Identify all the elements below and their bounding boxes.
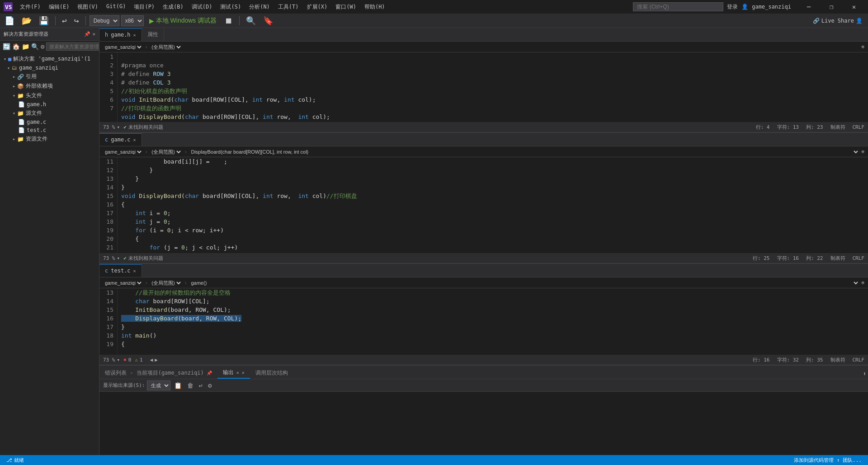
output-area[interactable] — [99, 392, 868, 455]
output-source-select[interactable]: 生成 调试 输出 — [147, 380, 170, 390]
tab-gamec[interactable]: c game.c ✕ — [99, 133, 142, 146]
sidebar-item-resources[interactable]: 📁 资源文件 — [0, 134, 99, 144]
gameh-code[interactable]: #pragma once # define ROW 3 # define COL… — [118, 52, 862, 122]
error-tab-pin[interactable]: 📌 — [207, 371, 212, 376]
output-clear-btn[interactable]: 🗑 — [185, 381, 195, 390]
settings-icon[interactable]: ⚙ — [41, 43, 44, 50]
tab-output[interactable]: 输出 ✕ ✕ — [217, 367, 250, 379]
close-sidebar-icon[interactable]: ✕ — [92, 31, 95, 37]
testc-project-select[interactable]: game_sanziqi — [103, 278, 143, 287]
gamec-code-area: 11 12 13 14 15 16 17 18 19 20 21 22 23 2… — [99, 157, 868, 253]
menu-help[interactable]: 帮助(H) — [361, 2, 389, 12]
gamec-zoom[interactable]: 73 % ▾ — [103, 255, 120, 261]
gameh-project-select[interactable]: game_sanziqi — [103, 42, 143, 52]
editor-gameh-tabs: h game.h ✕ 属性 — [99, 28, 868, 42]
minimize-button[interactable]: ─ — [798, 0, 819, 14]
sidebar-item-test-c[interactable]: 📄 test.c — [0, 126, 99, 134]
hdr-folder-icon: 📁 — [17, 93, 24, 99]
menu-build[interactable]: 生成(B) — [159, 2, 187, 12]
gamec-func-select[interactable]: DisplayBoard(char board[ROW][COL], int r… — [189, 147, 859, 156]
platform-dropdown[interactable]: x86 — [121, 15, 144, 26]
gamec-code[interactable]: board[i][j] = ; } } } void DisplayBoard(… — [118, 157, 862, 253]
gameh-scope-select[interactable]: (全局范围) — [150, 42, 182, 52]
testc-code[interactable]: //最开始的时候数组的内容全是空格 char board[ROW][COL]; … — [118, 288, 862, 355]
output-wrap-btn[interactable]: ↩ — [197, 381, 204, 390]
sidebar-item-game-c[interactable]: 📄 game.c — [0, 118, 99, 126]
filter-icon[interactable]: 🔍 — [31, 43, 39, 50]
gameh-line-numbers: 1 2 3 4 5 6 7 — [99, 52, 118, 122]
sidebar-item-game-h[interactable]: 📄 game.h — [0, 100, 99, 108]
editor-gamec-tabs: c game.c ✕ — [99, 133, 868, 146]
source-control-btn[interactable]: 添加到源代码管理 ↑ 团队... — [791, 457, 864, 464]
tab-error-list[interactable]: 错误列表 - 当前项目(game_sanziqi) 📌 — [99, 367, 217, 379]
sidebar-item-external[interactable]: 📦 外部依赖项 — [0, 81, 99, 91]
search-btn[interactable]: 🔍 — [243, 15, 259, 26]
sidebar-item-references[interactable]: 🔗 引用 — [0, 72, 99, 81]
gameh-ok-icon: ✔ — [123, 124, 127, 130]
refresh-icon[interactable]: 🔄 — [3, 43, 10, 50]
gameh-zoom[interactable]: 73 % ▾ — [103, 124, 120, 130]
tab-callstack[interactable]: 调用层次结构 — [250, 367, 293, 379]
title-search[interactable] — [633, 2, 723, 11]
menu-test[interactable]: 测试(S) — [217, 2, 245, 12]
run-button[interactable]: ▶ 本地 Windows 调试器 — [146, 16, 221, 26]
git-branch[interactable]: ⎇ 就绪 — [4, 457, 27, 464]
menu-extensions[interactable]: 扩展(X) — [303, 2, 331, 12]
next-error-btn[interactable]: ▶ — [155, 357, 158, 363]
testc-func-select[interactable]: game() — [189, 278, 859, 287]
tab-gameh[interactable]: h game.h ✕ — [99, 28, 142, 41]
gameh-pin-icon[interactable]: ✕ — [133, 33, 136, 38]
save-btn[interactable]: 💾 — [36, 15, 52, 26]
panel-expand-btn[interactable]: ⬆ — [861, 369, 868, 379]
output-copy-btn[interactable]: 📋 — [172, 381, 184, 390]
sidebar-item-headers[interactable]: 📁 头文件 — [0, 91, 99, 100]
menu-project[interactable]: 项目(P) — [130, 2, 158, 12]
redo-btn[interactable]: ↪ — [71, 15, 82, 26]
menu-file[interactable]: 文件(F) — [16, 2, 44, 12]
restore-button[interactable]: ❐ — [821, 0, 842, 14]
config-dropdown[interactable]: Debug — [90, 15, 119, 26]
gamec-scrollbar[interactable] — [862, 157, 868, 253]
menu-edit[interactable]: 编辑(E) — [45, 2, 73, 12]
gamec-scope-select[interactable]: (全局范围) — [150, 147, 182, 156]
menu-analyze[interactable]: 分析(N) — [245, 2, 274, 12]
nav-sep4: › — [145, 280, 148, 286]
gamec-char: 字符: 16 — [777, 255, 799, 262]
sidebar-item-solution[interactable]: ■ 解决方案 'game_sanziqi'(1 — [0, 54, 99, 64]
sidebar-item-project[interactable]: 🗂 game_sanziqi — [0, 64, 99, 72]
gameh-scrollbar[interactable] — [862, 52, 868, 122]
stop-btn[interactable]: ⏹ — [222, 15, 236, 26]
testc-zoom[interactable]: 73 % ▾ — [103, 357, 120, 363]
sidebar-item-sources[interactable]: 📁 源文件 — [0, 108, 99, 118]
testc-zoom-val: 73 % — [103, 357, 115, 363]
live-share-button[interactable]: 🔗 Live Share 👤 — [809, 17, 866, 25]
gamec-project-select[interactable]: game_sanziqi — [103, 147, 143, 156]
menu-view[interactable]: 视图(V) — [74, 2, 102, 12]
gamec-close-icon[interactable]: ✕ — [133, 137, 136, 142]
undo-btn[interactable]: ↩ — [59, 15, 70, 26]
menu-window[interactable]: 窗口(W) — [332, 2, 360, 12]
testc-scrollbar[interactable] — [862, 288, 868, 355]
menu-tools[interactable]: 工具(T) — [274, 2, 302, 12]
menu-debug[interactable]: 调试(D) — [188, 2, 216, 12]
bookmark-btn[interactable]: 🔖 — [260, 15, 276, 26]
ext-icon: 📦 — [17, 83, 24, 89]
collapse-icon[interactable]: 📁 — [22, 43, 29, 50]
new-file-btn[interactable]: 📄 — [2, 15, 17, 26]
menu-git[interactable]: Git(G) — [103, 2, 129, 12]
testc-code-area: 13 14 15 16 17 18 19 //最开始的时候数组的内容全是空格 c… — [99, 288, 868, 355]
pin-icon[interactable]: 📌 — [84, 31, 90, 37]
output-tab-pin[interactable]: ✕ — [236, 370, 239, 375]
open-btn[interactable]: 📂 — [19, 15, 34, 26]
output-tab-close[interactable]: ✕ — [242, 370, 245, 375]
prev-error-btn[interactable]: ◀ — [150, 357, 153, 363]
home-icon[interactable]: 🏠 — [12, 43, 20, 50]
main-layout: 解决方案资源管理器 📌 ✕ 🔄 🏠 📁 🔍 ⚙ 🔍 ■ 解决方案 'game_s… — [0, 28, 868, 455]
tab-property[interactable]: 属性 — [142, 28, 164, 41]
tab-testc[interactable]: c test.c ✕ — [99, 264, 142, 277]
testc-close-icon[interactable]: ✕ — [133, 268, 136, 273]
output-settings-btn[interactable]: ⚙ — [206, 381, 213, 390]
testc-errors: 0 — [128, 357, 132, 363]
testc-scope-select[interactable]: (全局范围) — [150, 278, 182, 287]
close-button[interactable]: ✕ — [844, 0, 864, 14]
